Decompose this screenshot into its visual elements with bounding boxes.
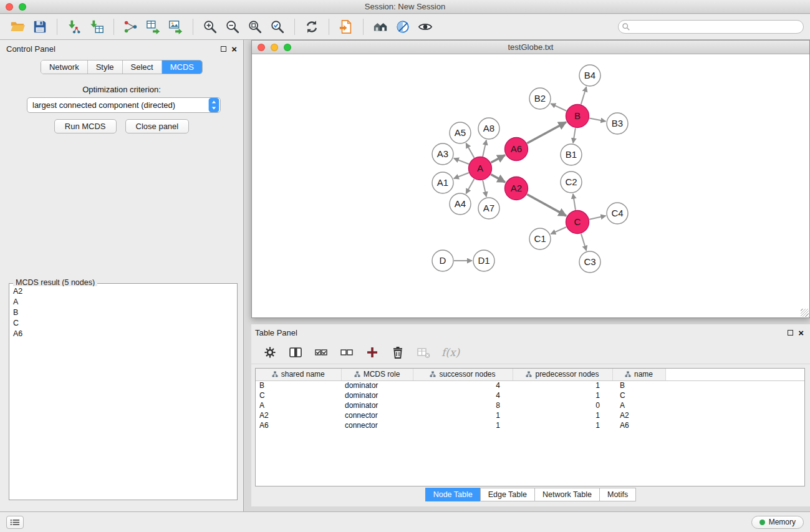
table-settings-button[interactable] — [263, 345, 277, 360]
table-row[interactable]: Adominator80A — [256, 400, 804, 410]
tab-edge-table[interactable]: Edge Table — [480, 488, 534, 501]
run-mcds-button[interactable]: Run MCDS — [54, 119, 117, 133]
table-cell[interactable]: 1 — [413, 410, 513, 420]
tab-select[interactable]: Select — [123, 60, 162, 74]
style-button[interactable] — [392, 17, 414, 37]
table-cell[interactable]: 0 — [513, 400, 612, 410]
table-cell[interactable]: A — [612, 400, 665, 410]
tab-network-table[interactable]: Network Table — [534, 488, 599, 501]
node-A[interactable]: A — [469, 157, 492, 180]
edge-A-A2[interactable] — [491, 174, 505, 182]
node-D[interactable]: D — [432, 250, 453, 271]
node-C1[interactable]: C1 — [529, 228, 551, 249]
table-cell[interactable]: dominator — [341, 400, 413, 410]
node-C[interactable]: C — [566, 211, 589, 234]
export-network-button[interactable] — [120, 17, 142, 37]
table-cell[interactable]: 4 — [413, 390, 513, 400]
table-cell[interactable]: A2 — [256, 410, 341, 420]
add-column-button[interactable] — [365, 345, 380, 360]
edge-C-C4[interactable] — [589, 216, 605, 220]
tab-mcds[interactable]: MCDS — [162, 60, 202, 74]
mcds-result-item[interactable]: C — [11, 318, 236, 329]
table-cell[interactable]: A — [256, 400, 341, 410]
node-B2[interactable]: B2 — [529, 88, 551, 109]
node-C4[interactable]: C4 — [607, 203, 628, 224]
mcds-result-list[interactable]: A2ABCA6 — [11, 286, 236, 498]
column-header-predecessor-nodes[interactable]: predecessor nodes — [513, 369, 612, 380]
table-cell[interactable]: connector — [341, 420, 413, 430]
table-float-panel-icon[interactable] — [788, 330, 793, 336]
edge-A-A1[interactable] — [454, 173, 469, 178]
node-C2[interactable]: C2 — [561, 172, 582, 193]
node-B[interactable]: B — [566, 105, 589, 128]
tab-node-table[interactable]: Node Table — [425, 488, 480, 501]
table-cell[interactable]: 1 — [513, 390, 612, 400]
zoom-out-button[interactable] — [221, 17, 244, 37]
mcds-result-item[interactable]: A — [11, 297, 236, 307]
node-C3[interactable]: C3 — [579, 251, 600, 273]
column-select-button[interactable] — [288, 345, 303, 360]
show-hide-button[interactable] — [414, 17, 436, 37]
tab-style[interactable]: Style — [88, 60, 123, 74]
table-cell[interactable]: 1 — [513, 420, 612, 430]
edge-A-A8[interactable] — [483, 140, 486, 157]
table-cell[interactable]: 4 — [413, 380, 513, 390]
node-D1[interactable]: D1 — [473, 250, 494, 271]
node-A4[interactable]: A4 — [450, 193, 471, 215]
node-B4[interactable]: B4 — [579, 65, 600, 86]
export-image-button[interactable] — [165, 17, 187, 37]
table-cell[interactable]: A6 — [612, 420, 665, 430]
table-cell[interactable]: B — [256, 380, 341, 390]
table-cell[interactable]: B — [612, 380, 665, 390]
deselect-all-rows-button[interactable] — [339, 345, 354, 360]
edge-A6-B[interactable] — [527, 122, 566, 143]
table-cell[interactable]: A2 — [612, 410, 665, 420]
table-cell[interactable]: 1 — [513, 380, 612, 390]
mcds-result-item[interactable]: B — [11, 307, 236, 318]
float-panel-icon[interactable] — [221, 46, 226, 52]
node-A3[interactable]: A3 — [432, 143, 453, 165]
close-panel-button[interactable]: Close panel — [125, 119, 190, 133]
node-A6[interactable]: A6 — [505, 138, 528, 161]
table-close-panel-icon[interactable]: × — [798, 328, 804, 337]
edge-A-A3[interactable] — [454, 158, 469, 164]
edge-C-C3[interactable] — [581, 234, 587, 251]
table-row[interactable]: Cdominator41C — [256, 390, 804, 400]
edge-C-C2[interactable] — [573, 194, 576, 210]
table-cell[interactable]: dominator — [341, 380, 413, 390]
tab-network[interactable]: Network — [41, 60, 88, 74]
table-cell[interactable]: 1 — [413, 420, 513, 430]
table-row[interactable]: A2connector11A2 — [256, 410, 804, 420]
memory-button[interactable]: Memory — [751, 516, 804, 529]
network-window-titlebar[interactable]: testGlobe.txt — [252, 41, 809, 54]
save-session-button[interactable] — [29, 17, 51, 37]
edge-B-B3[interactable] — [589, 118, 605, 122]
column-header-successor-nodes[interactable]: successor nodes — [413, 369, 513, 380]
table-cell[interactable]: 1 — [513, 410, 612, 420]
close-panel-icon[interactable]: × — [231, 44, 237, 54]
node-A1[interactable]: A1 — [432, 172, 453, 193]
edge-B-B4[interactable] — [581, 87, 587, 104]
edge-B-B2[interactable] — [551, 104, 566, 111]
tab-motifs[interactable]: Motifs — [599, 488, 636, 501]
node-A7[interactable]: A7 — [478, 198, 499, 219]
edge-A-A6[interactable] — [491, 155, 505, 163]
export-table-button[interactable] — [142, 17, 165, 37]
edge-C-C1[interactable] — [551, 227, 566, 234]
table-row[interactable]: A6connector11A6 — [256, 420, 804, 430]
first-neighbors-button[interactable] — [369, 17, 392, 37]
table-cell[interactable]: C — [256, 390, 341, 400]
criterion-select[interactable]: largest connected component (directed) — [27, 97, 221, 113]
edge-A2-C[interactable] — [527, 194, 566, 216]
import-table-button[interactable] — [85, 17, 108, 37]
table-cell[interactable]: 8 — [413, 400, 513, 410]
column-header-mcds-role[interactable]: MCDS role — [341, 369, 413, 380]
mcds-result-item[interactable]: A2 — [11, 286, 236, 297]
column-header-name[interactable]: name — [612, 369, 665, 380]
task-history-button[interactable] — [6, 516, 24, 529]
node-B3[interactable]: B3 — [607, 113, 628, 134]
window-resize-grip[interactable] — [801, 309, 809, 317]
edge-A-A5[interactable] — [466, 143, 474, 158]
table-cell[interactable]: A6 — [256, 420, 341, 430]
open-session-file-button[interactable] — [335, 17, 357, 37]
